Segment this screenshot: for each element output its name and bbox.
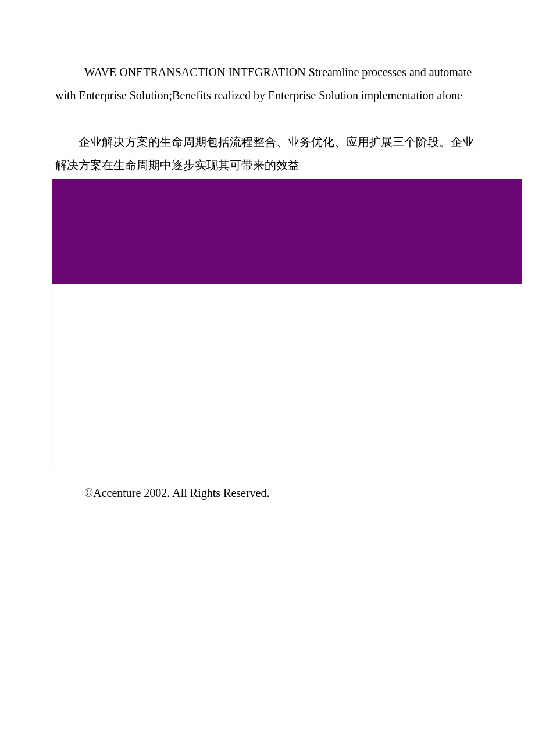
document-page: WAVE ONETRANSACTION INTEGRATION Streamli…	[0, 0, 535, 504]
paragraph-chinese: 企业解决方案的生命周期包括流程整合、业务优化、应用扩展三个阶段。企业解决方案在生…	[0, 107, 535, 177]
purple-banner	[52, 179, 522, 284]
copyright-line: ©Accenture 2002. All Rights Reserved.	[0, 481, 535, 504]
paragraph-english: WAVE ONETRANSACTION INTEGRATION Streamli…	[0, 0, 535, 107]
empty-region	[52, 284, 535, 470]
